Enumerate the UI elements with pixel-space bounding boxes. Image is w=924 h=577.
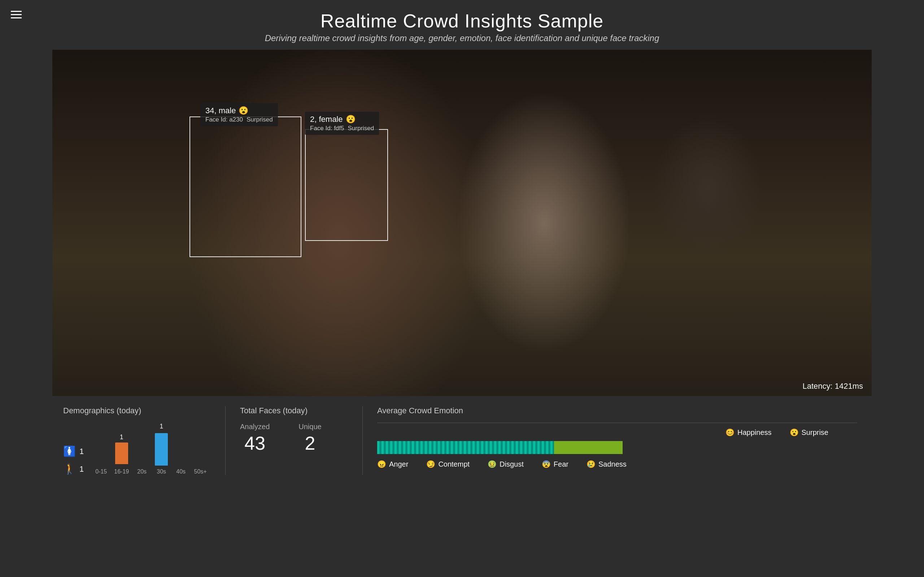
- face-2-emoji: 😮: [346, 115, 355, 124]
- face-box-1: [189, 116, 301, 257]
- female-icon: 🚺: [63, 445, 76, 457]
- face-2-emotion: Surprised: [348, 125, 374, 132]
- surprise-emoji: 😮: [790, 428, 799, 437]
- contempt-emoji: 😏: [426, 460, 435, 469]
- face-1-emotion: Surprised: [247, 116, 273, 123]
- happiness-emoji: 😊: [725, 428, 735, 437]
- legend-surprise: 😮 Surprise: [790, 428, 828, 437]
- age-bar-0-15: 0-15: [95, 455, 108, 475]
- demo-content: 🚺 1 🚶 1 0-15 1: [63, 423, 215, 475]
- legend-anger: 😠 Anger: [377, 460, 408, 469]
- face-2-id: Face Id: fdf5: [310, 125, 344, 132]
- demographics-title: Demographics (today): [63, 406, 215, 416]
- sadness-label: Sadness: [598, 460, 627, 469]
- legend-fear: 😨 Fear: [542, 460, 569, 469]
- video-background: 34, male 😮 Face Id: a230 Surprised 2, fe…: [52, 50, 872, 396]
- contempt-label: Contempt: [438, 460, 470, 469]
- face-label-2: 2, female 😮 Face Id: fdf5 Surprised: [305, 112, 379, 135]
- gender-icons: 🚺 1 🚶 1: [63, 445, 84, 475]
- crowd-emotion-title: Average Crowd Emotion: [377, 406, 857, 416]
- face-1-info: 34, male: [205, 106, 236, 115]
- anger-label: Anger: [389, 460, 408, 469]
- face-1-emoji: 😮: [239, 106, 248, 115]
- demographics-section: Demographics (today) 🚺 1 🚶 1 0-15: [52, 406, 226, 475]
- total-faces-title: Total Faces (today): [240, 406, 348, 416]
- legend-sadness: 😢 Sadness: [586, 460, 627, 469]
- male-row: 🚶 1: [63, 463, 84, 475]
- male-icon: 🚶: [63, 463, 76, 475]
- video-container: 34, male 😮 Face Id: a230 Surprised 2, fe…: [52, 50, 872, 396]
- latency-display: Latency: 1421ms: [802, 382, 863, 391]
- total-faces-section: Total Faces (today) Analyzed 43 Unique 2: [226, 406, 363, 475]
- app-title: Realtime Crowd Insights Sample: [0, 10, 924, 32]
- fear-label: Fear: [554, 460, 569, 469]
- app-subtitle: Deriving realtime crowd insights from ag…: [0, 33, 924, 43]
- face-label-1: 34, male 😮 Face Id: a230 Surprised: [200, 103, 278, 126]
- male-count: 1: [79, 464, 84, 474]
- legend-happiness: 😊 Happiness: [725, 428, 772, 437]
- legend-disgust: 🤢 Disgust: [488, 460, 524, 469]
- female-row: 🚺 1: [63, 445, 84, 457]
- age-bars: 0-15 1 16-19 20s 1: [95, 423, 207, 475]
- analyzed-label: Analyzed: [240, 423, 270, 431]
- unique-label: Unique: [299, 423, 321, 431]
- bottom-panel: Demographics (today) 🚺 1 🚶 1 0-15: [52, 396, 872, 475]
- emotion-bottom-legend: 😠 Anger 😏 Contempt 🤢 Disgust 😨 Fear 😢 Sa…: [377, 460, 857, 469]
- crowd-emotion-section: Average Crowd Emotion 😊 Happiness 😮 Surp…: [363, 406, 872, 475]
- face-1-id: Face Id: a230: [205, 116, 243, 123]
- faces-numbers: Analyzed 43 Unique 2: [240, 423, 348, 454]
- emotion-bar-track: [377, 441, 623, 454]
- analyzed-stat: Analyzed 43: [240, 423, 270, 454]
- unique-value: 2: [305, 432, 315, 454]
- face-2-info: 2, female: [310, 115, 343, 124]
- age-bar-50s: 50s+: [194, 455, 207, 475]
- surprise-label: Surprise: [802, 429, 828, 437]
- unique-stat: Unique 2: [299, 423, 321, 454]
- age-bar-16-19: 1 16-19: [114, 434, 129, 475]
- female-count: 1: [79, 447, 84, 456]
- anger-emoji: 😠: [377, 460, 386, 469]
- face-box-2: [305, 129, 388, 241]
- age-bar-30s: 1 30s: [155, 423, 168, 475]
- bar-orange-16-19: [115, 443, 128, 464]
- legend-contempt: 😏 Contempt: [426, 460, 470, 469]
- disgust-emoji: 🤢: [488, 460, 497, 469]
- disgust-label: Disgust: [499, 460, 524, 469]
- hamburger-menu[interactable]: [11, 11, 22, 18]
- age-bar-40s: 40s: [174, 455, 187, 475]
- surprise-bar: [554, 441, 623, 454]
- emotion-bars-container: [377, 441, 857, 454]
- sadness-emoji: 😢: [586, 460, 596, 469]
- emotion-top-legend: 😊 Happiness 😮 Surprise: [377, 428, 857, 437]
- fear-emoji: 😨: [542, 460, 551, 469]
- bar-blue-30s: [155, 433, 168, 466]
- age-bar-20s: 20s: [135, 455, 149, 475]
- happiness-bar: [377, 441, 554, 454]
- header: Realtime Crowd Insights Sample Deriving …: [0, 0, 924, 50]
- analyzed-value: 43: [244, 432, 265, 454]
- photo-simulation: [52, 50, 872, 396]
- happiness-label: Happiness: [737, 429, 772, 437]
